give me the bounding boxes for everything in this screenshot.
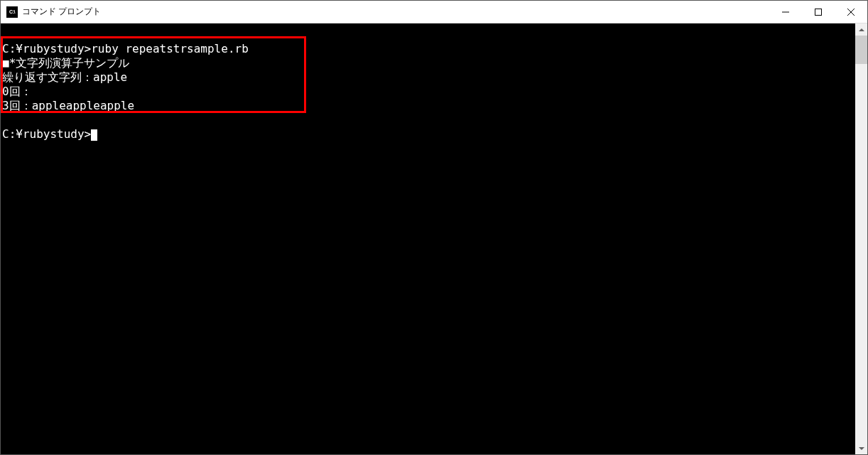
minimize-button[interactable]: [769, 1, 802, 23]
terminal-line: 繰り返す文字列：apple: [1, 70, 855, 85]
svg-marker-4: [859, 28, 864, 31]
cursor: [91, 129, 97, 141]
scrollbar-thumb[interactable]: [855, 36, 867, 64]
terminal-area: C:¥rubystudy>ruby repeatstrsample.rb ■*文…: [1, 23, 867, 454]
vertical-scrollbar[interactable]: [855, 23, 867, 454]
prompt-text: C:¥rubystudy>: [2, 127, 91, 141]
window-title: コマンド プロンプト: [22, 6, 769, 18]
close-button[interactable]: [835, 1, 867, 23]
terminal-prompt: C:¥rubystudy>: [1, 127, 855, 141]
svg-marker-5: [859, 447, 864, 450]
cmd-icon: C:\: [6, 6, 18, 18]
terminal-line: 3回：appleappleapple: [1, 99, 855, 113]
window-controls: [769, 1, 867, 23]
maximize-button[interactable]: [802, 1, 835, 23]
svg-rect-1: [815, 9, 822, 15]
terminal-output: C:¥rubystudy>ruby repeatstrsample.rb ■*文…: [1, 25, 855, 141]
terminal-line: ■*文字列演算子サンプル: [1, 56, 855, 70]
terminal-line: C:¥rubystudy>ruby repeatstrsample.rb: [1, 42, 855, 56]
scroll-up-arrow-icon[interactable]: [855, 23, 867, 36]
cmd-icon-text: C:\: [9, 9, 15, 14]
titlebar[interactable]: C:\ コマンド プロンプト: [1, 1, 867, 23]
terminal-content[interactable]: C:¥rubystudy>ruby repeatstrsample.rb ■*文…: [1, 23, 855, 454]
terminal-line: 0回：: [1, 85, 855, 99]
scroll-down-arrow-icon[interactable]: [855, 442, 867, 454]
